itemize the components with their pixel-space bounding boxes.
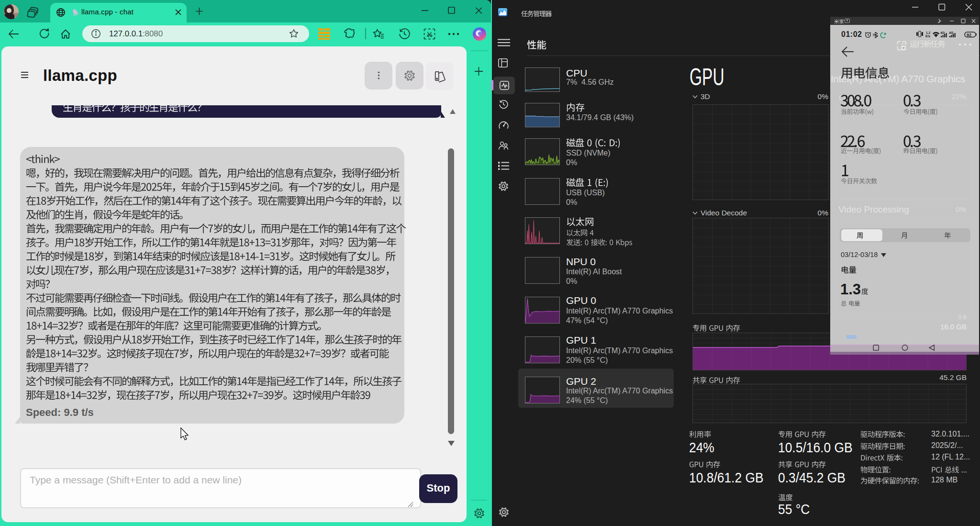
svg-text:92: 92 bbox=[967, 33, 971, 37]
svg-text:K/s: K/s bbox=[925, 34, 931, 38]
svg-text:1.2: 1.2 bbox=[926, 31, 930, 34]
svg-text:4G: 4G bbox=[949, 31, 954, 34]
svg-text:4G: 4G bbox=[940, 31, 945, 34]
